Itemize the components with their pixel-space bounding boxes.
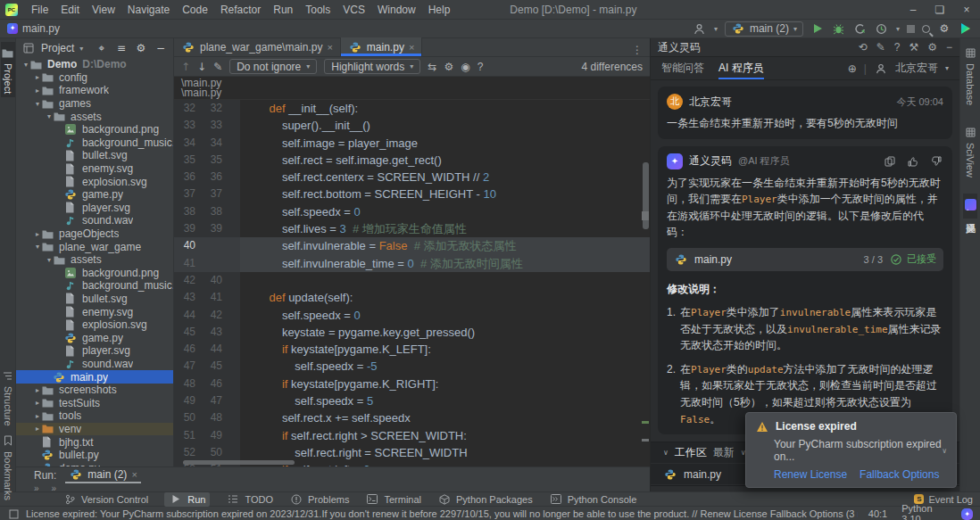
- tree-chevron-icon[interactable]: ▸: [33, 87, 42, 95]
- tree-chevron-icon[interactable]: ▾: [33, 243, 42, 251]
- toolwindow-terminal[interactable]: Terminal: [365, 492, 421, 507]
- toolwindow-python-packages[interactable]: Python Packages: [437, 492, 533, 507]
- hide-panel-icon[interactable]: −: [154, 41, 168, 55]
- thumbs-down-icon[interactable]: [929, 154, 943, 169]
- run-button[interactable]: [810, 21, 825, 36]
- stripe-button-bookmarks[interactable]: Bookmarks: [1, 430, 15, 504]
- user-profile-icon[interactable]: [693, 21, 707, 36]
- tree-item-main-py[interactable]: main.py: [16, 370, 173, 384]
- tree-chevron-icon[interactable]: ▾: [45, 256, 54, 264]
- run-tab-main[interactable]: main (2) ×: [65, 467, 140, 483]
- sync-scroll-icon[interactable]: ⇆: [428, 61, 436, 73]
- stripe-button-database[interactable]: Database: [963, 42, 977, 109]
- menu-tools[interactable]: Tools: [299, 4, 336, 16]
- toolwindow-run[interactable]: Run: [164, 492, 210, 507]
- code-line-43[interactable]: 4341 def update(self):: [174, 289, 650, 306]
- tools-wrench-icon[interactable]: ⚒: [909, 41, 918, 54]
- thumbs-up-icon[interactable]: [906, 154, 920, 169]
- toolwindow-python-console[interactable]: Python Console: [549, 492, 637, 507]
- tree-item-demo[interactable]: ▾DemoD:\Demo: [16, 58, 173, 71]
- tree-item-game-py[interactable]: game.py: [16, 188, 173, 202]
- stripe-button-structure[interactable]: Structure: [1, 365, 15, 430]
- horizontal-scrollbar[interactable]: [183, 460, 295, 465]
- tab-main-py[interactable]: main.py ×: [341, 37, 422, 56]
- lingma-status-icon[interactable]: ✦: [961, 508, 973, 520]
- editor-scrollbar[interactable]: [642, 100, 649, 466]
- menu-vcs[interactable]: VCS: [336, 4, 371, 16]
- diff-settings-gear-icon[interactable]: ⚙: [444, 61, 453, 73]
- help-icon[interactable]: ?: [478, 61, 484, 73]
- code-line-51[interactable]: 5149 if self.rect.right > SCREEN_WIDTH:: [174, 427, 650, 444]
- maximize-button[interactable]: ❏: [926, 0, 953, 20]
- tree-item-player-svg[interactable]: player.svg: [16, 344, 173, 358]
- stripe-button-sciview[interactable]: SciView: [963, 121, 977, 181]
- debug-button[interactable]: [832, 21, 846, 36]
- caret-position[interactable]: 40:1: [868, 508, 887, 519]
- menu-edit[interactable]: Edit: [54, 4, 86, 16]
- status-message[interactable]: License expired: Your PyCharm subscripti…: [26, 508, 858, 519]
- ignore-policy-dropdown[interactable]: Do not ignore▾: [229, 59, 317, 74]
- stripe-button-通义灵码[interactable]: ✦通义灵码: [963, 194, 977, 219]
- tab-options-kebab-icon[interactable]: ⋮: [625, 44, 650, 56]
- run-config-selector[interactable]: main (2) ▾: [725, 21, 803, 37]
- tree-item-bullet-py[interactable]: bullet.py: [16, 449, 173, 462]
- close-tab-icon[interactable]: ×: [409, 42, 414, 53]
- menu-run[interactable]: Run: [267, 4, 299, 16]
- tree-item-plane-war-game[interactable]: ▾plane_war_game: [16, 240, 173, 253]
- code-line-48[interactable]: 4846 if keystate[pygame.K_RIGHT]:: [174, 376, 650, 392]
- tree-chevron-icon[interactable]: ▸: [33, 386, 42, 394]
- profiler-dropdown-chevron[interactable]: ▾: [896, 25, 900, 33]
- code-line-37[interactable]: 3737 self.rect.bottom = SCREEN_HEIGHT - …: [174, 186, 650, 202]
- hide-chat-panel-icon[interactable]: −: [946, 41, 952, 54]
- toolwindow-todo[interactable]: TODO: [226, 492, 273, 507]
- tab-ai-programmer[interactable]: AI 程序员: [718, 57, 764, 79]
- renew-license-link[interactable]: Renew License: [774, 468, 847, 481]
- tree-item-tools[interactable]: ▸tools: [16, 409, 173, 423]
- tree-chevron-icon[interactable]: ▾: [33, 100, 42, 108]
- tree-chevron-icon[interactable]: ▸: [33, 425, 42, 433]
- highlight-policy-dropdown[interactable]: Highlight words▾: [324, 59, 420, 74]
- tree-item-game-py[interactable]: game.py: [16, 331, 173, 344]
- project-panel-title[interactable]: Project: [41, 42, 74, 54]
- account-name[interactable]: 北京宏哥: [895, 61, 938, 76]
- stripe-button-project[interactable]: Project: [1, 42, 15, 97]
- menu-help[interactable]: Help: [422, 4, 457, 16]
- tree-item-background-png[interactable]: background.png: [16, 267, 173, 280]
- account-person-icon[interactable]: [874, 62, 888, 76]
- minimize-button[interactable]: –: [900, 0, 926, 20]
- tree-item-bullet-svg[interactable]: bullet.svg: [16, 149, 173, 162]
- account-chevron[interactable]: ▾: [945, 64, 949, 72]
- chat-settings-gear-icon[interactable]: ⚙: [927, 41, 937, 54]
- lingma-colorful-logo-icon[interactable]: [959, 21, 973, 36]
- next-difference-icon[interactable]: ↓: [197, 61, 206, 73]
- locate-file-icon[interactable]: ⌖: [95, 41, 109, 55]
- code-line-44[interactable]: 4442 self.speedx = 0: [174, 307, 650, 324]
- collapse-all-icon[interactable]: ≡: [114, 41, 129, 55]
- tree-chevron-icon[interactable]: ▸: [33, 399, 42, 407]
- toolwindow-version-control[interactable]: Version Control: [62, 492, 148, 507]
- tree-item-testsuits[interactable]: ▸testSuits: [16, 396, 173, 409]
- close-button[interactable]: ×: [953, 0, 980, 20]
- tree-chevron-icon[interactable]: ▾: [45, 112, 54, 120]
- coverage-button[interactable]: [853, 21, 868, 36]
- code-line-47[interactable]: 4745 self.speedx = -5: [174, 358, 650, 375]
- tree-item-venv[interactable]: ▸venv: [16, 423, 173, 436]
- copy-icon[interactable]: [883, 154, 897, 169]
- tree-item-assets[interactable]: ▾assets: [16, 110, 173, 123]
- menu-code[interactable]: Code: [176, 4, 214, 16]
- menu-window[interactable]: Window: [371, 4, 422, 16]
- project-view-chevron[interactable]: ▾: [79, 45, 83, 53]
- python-interpreter[interactable]: Python 3.10: [901, 503, 947, 520]
- panel-settings-icon[interactable]: ⚙: [134, 41, 148, 55]
- tree-item-screenshots[interactable]: ▸screenshots: [16, 384, 173, 397]
- chat-help-icon[interactable]: ?: [894, 41, 901, 54]
- edit-icon[interactable]: ✎: [213, 61, 222, 73]
- collapse-chevron[interactable]: ∨: [663, 449, 669, 457]
- code-line-32[interactable]: 3232 def __init__(self):: [174, 100, 650, 117]
- tree-item-player-svg[interactable]: player.svg: [16, 202, 173, 215]
- tree-chevron-icon[interactable]: ▾: [21, 61, 30, 69]
- tree-item-background-music-mp3[interactable]: background_music.mp3: [16, 136, 173, 150]
- tree-item-config[interactable]: ▸config: [16, 71, 173, 85]
- code-line-46[interactable]: 4644 if keystate[pygame.K_LEFT]:: [174, 341, 650, 358]
- tree-chevron-icon[interactable]: ▸: [33, 73, 42, 81]
